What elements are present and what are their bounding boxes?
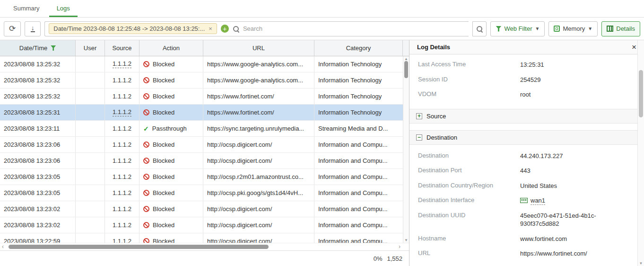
scrollbar-thumb[interactable] <box>404 61 408 78</box>
cell-category: Information Technology <box>314 89 403 104</box>
scroll-left-icon[interactable]: ‹ <box>2 243 4 250</box>
detail-field: Last Access Time13:25:31 <box>409 57 637 72</box>
field-value[interactable]: wan1 <box>520 196 637 205</box>
filter-search-bar[interactable]: Date/Time 2023-08-08 12:25:48 -> 2023-08… <box>44 21 469 36</box>
cell-user <box>76 89 105 104</box>
filter-icon[interactable] <box>51 45 56 51</box>
cell-category: Information and Compu... <box>314 201 403 217</box>
table-header: Date/Time User Source Action URL Categor… <box>0 40 409 56</box>
section-destination[interactable]: −Destination <box>409 130 637 145</box>
scroll-down-icon[interactable]: ▼ <box>403 238 409 242</box>
scroll-down-icon[interactable]: ▼ <box>638 261 644 266</box>
cell-datetime: 2023/08/08 13:25:32 <box>0 89 76 104</box>
cell-url: https://www.google-analytics.com... <box>203 56 314 72</box>
memory-dropdown[interactable]: Memory ▼ <box>548 21 598 36</box>
blocked-icon <box>143 238 149 243</box>
details-scrollbar[interactable]: ▼ <box>637 40 644 266</box>
section-source[interactable]: +Source <box>409 109 637 124</box>
cell-source[interactable]: 1.1.1.2 <box>105 56 139 72</box>
cell-datetime: 2023/08/08 13:22:59 <box>0 233 76 243</box>
field-label: VDOM <box>418 90 520 99</box>
column-header-user[interactable]: User <box>76 40 105 56</box>
details-button[interactable]: Details <box>601 21 640 36</box>
table-row[interactable]: 2023/08/08 13:23:051.1.1.2Blockedhttp://… <box>0 185 403 201</box>
table-row[interactable]: 2023/08/08 13:25:321.1.1.2Blockedhttps:/… <box>0 72 403 89</box>
cell-source: 1.1.1.2 <box>105 201 139 217</box>
column-header-url[interactable]: URL <box>203 40 314 56</box>
table-row[interactable]: 2023/08/08 13:22:591.1.1.2Blockedhttp://… <box>0 233 403 243</box>
close-icon[interactable]: × <box>632 43 636 51</box>
detail-field: Destination Country/RegionUnited States <box>409 178 637 194</box>
cell-source: 1.1.1.2 <box>105 233 139 243</box>
detail-field: VDOMroot <box>409 87 637 102</box>
tab-summary[interactable]: Summary <box>6 0 47 17</box>
cell-action: Blocked <box>139 217 203 233</box>
column-header-datetime[interactable]: Date/Time <box>0 40 76 56</box>
column-label: User <box>84 44 96 52</box>
vertical-scrollbar[interactable]: ▲ ▼ <box>403 56 409 243</box>
refresh-icon: ⟳ <box>9 25 16 33</box>
log-details-panel: Log Details × Last Access Time13:25:31Se… <box>409 40 644 266</box>
field-value: 44.240.173.227 <box>520 152 637 160</box>
collapse-icon[interactable]: − <box>416 134 422 141</box>
remove-filter-icon[interactable]: × <box>209 25 212 32</box>
field-value: https://www.fortinet.com/ <box>520 249 637 258</box>
cell-source: 1.1.1.2 <box>105 153 139 168</box>
table-row[interactable]: 2023/08/08 13:23:021.1.1.2Blockedhttp://… <box>0 217 403 233</box>
cell-datetime: 2023/08/08 13:25:32 <box>0 72 76 88</box>
table-row[interactable]: 2023/08/08 13:25:311.1.1.2Blockedhttps:/… <box>0 105 403 121</box>
table-row[interactable]: 2023/08/08 13:23:051.1.1.2Blockedhttp://… <box>0 169 403 185</box>
column-header-action[interactable]: Action <box>139 40 203 56</box>
cell-datetime: 2023/08/08 13:25:31 <box>0 105 76 120</box>
expand-icon[interactable]: + <box>416 113 422 119</box>
refresh-button[interactable]: ⟳ <box>4 21 21 36</box>
cell-datetime: 2023/08/08 13:23:06 <box>0 137 76 152</box>
cell-source[interactable]: 1.1.1.2 <box>105 105 139 120</box>
column-header-source[interactable]: Source <box>105 40 139 56</box>
memory-icon <box>554 26 560 32</box>
table-row[interactable]: 2023/08/08 13:23:021.1.1.2Blockedhttp://… <box>0 201 403 217</box>
scroll-right-icon[interactable]: › <box>399 243 400 250</box>
main-content: Date/Time User Source Action URL Categor… <box>0 40 644 266</box>
memory-label: Memory <box>563 25 585 32</box>
add-filter-icon[interactable]: + <box>221 25 229 33</box>
blocked-icon <box>143 61 149 67</box>
log-table: Date/Time User Source Action URL Categor… <box>0 40 409 266</box>
search-button[interactable] <box>472 21 487 36</box>
search-input[interactable] <box>243 25 465 32</box>
cell-source: 1.1.1.2 <box>105 185 139 201</box>
field-label: Destination Country/Region <box>418 182 520 190</box>
cell-datetime: 2023/08/08 13:23:05 <box>0 169 76 185</box>
cell-user <box>76 201 105 217</box>
status-bar: 0% 1,552 <box>0 250 409 266</box>
cell-user <box>76 153 105 168</box>
cell-url: http://ocsp.r2m01.amazontrust.co... <box>203 169 314 185</box>
download-button[interactable]: ↓ <box>25 21 41 36</box>
field-label: Hostname <box>418 235 520 243</box>
column-header-category[interactable]: Category <box>314 40 403 56</box>
search-icon <box>233 26 239 32</box>
toolbar: ⟳ ↓ Date/Time 2023-08-08 12:25:48 -> 202… <box>0 18 644 40</box>
table-row[interactable]: 2023/08/08 13:25:321.1.1.2Blockedhttps:/… <box>0 56 403 72</box>
cell-user <box>76 185 105 201</box>
scroll-up-icon[interactable]: ▲ <box>403 57 409 61</box>
scrollbar-thumb[interactable] <box>9 245 269 249</box>
cell-category: Information Technology <box>314 105 403 120</box>
field-label: Destination <box>418 152 520 160</box>
table-row[interactable]: 2023/08/08 13:25:321.1.1.2Blockedhttps:/… <box>0 89 403 105</box>
web-filter-dropdown[interactable]: Web Filter ▼ <box>490 21 545 36</box>
detail-field: Destination UUID45eec070-e471-51ed-4b1c-… <box>409 208 637 231</box>
header-scrollbar-spacer <box>403 40 409 56</box>
table-row[interactable]: 2023/08/08 13:23:061.1.1.2Blockedhttp://… <box>0 153 403 169</box>
table-row[interactable]: 2023/08/08 13:23:061.1.1.2Blockedhttp://… <box>0 137 403 153</box>
cell-url: http://ocsp.digicert.com/ <box>203 153 314 168</box>
filter-pill[interactable]: Date/Time 2023-08-08 12:25:48 -> 2023-08… <box>49 23 217 34</box>
cell-category: Information and Compu... <box>314 185 403 201</box>
detail-field: URLhttps://www.fortinet.com/ <box>409 246 637 261</box>
scrollbar-thumb[interactable] <box>639 70 643 117</box>
tab-logs[interactable]: Logs <box>49 0 78 17</box>
cell-url: https://www.fortinet.com/ <box>203 89 314 104</box>
table-row[interactable]: 2023/08/08 13:23:111.1.1.2✓Passthroughht… <box>0 121 403 137</box>
horizontal-scrollbar[interactable]: ‹ › <box>0 243 409 250</box>
cell-user <box>76 233 105 243</box>
